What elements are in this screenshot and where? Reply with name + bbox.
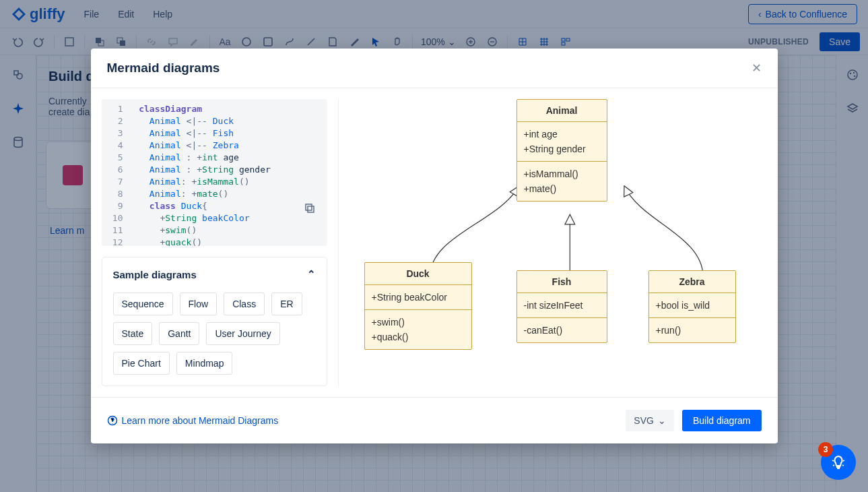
chip-state[interactable]: State: [113, 322, 153, 345]
line-gutter: 123456789101112: [102, 99, 129, 246]
uml-op: +run(): [656, 323, 729, 338]
uml-attr: +int age: [524, 127, 600, 142]
lightbulb-icon: [830, 454, 847, 471]
uml-attr: +bool is_wild: [656, 298, 729, 313]
learn-more-link[interactable]: Learn more about Mermaid Diagrams: [107, 415, 279, 426]
modal-backdrop: Mermaid diagrams ✕ 123456789101112 class…: [0, 0, 868, 492]
svg-rect-17: [306, 204, 312, 210]
uml-op: +mate(): [524, 181, 600, 196]
uml-zebra: Zebra +bool is_wild +run(): [648, 270, 736, 343]
uml-attr: +String gender: [524, 142, 600, 156]
uml-op: +quack(): [372, 330, 465, 344]
fab-badge: 3: [818, 442, 833, 457]
uml-op: -canEat(): [524, 323, 600, 338]
uml-animal-title: Animal: [517, 100, 607, 122]
chip-gantt[interactable]: Gantt: [159, 322, 199, 345]
mermaid-modal: Mermaid diagrams ✕ 123456789101112 class…: [91, 49, 778, 443]
uml-duck: Duck +String beakColor +swim() +quack(): [364, 262, 472, 350]
chevron-up-icon: ⌃: [307, 268, 316, 280]
chip-sequence[interactable]: Sequence: [113, 293, 173, 315]
uml-title: Duck: [365, 263, 471, 285]
chip-journey[interactable]: User Journey: [206, 322, 279, 345]
chip-mindmap[interactable]: Mindmap: [176, 352, 233, 375]
sample-header[interactable]: Sample diagrams ⌃: [113, 268, 316, 280]
uml-op: +isMammal(): [524, 166, 600, 181]
modal-header: Mermaid diagrams ✕: [91, 49, 778, 88]
info-icon: [107, 415, 118, 426]
build-diagram-button[interactable]: Build diagram: [682, 410, 762, 431]
uml-op: +swim(): [372, 315, 465, 330]
uml-title: Zebra: [649, 271, 735, 293]
uml-attr: -int sizeInFeet: [524, 298, 600, 313]
uml-fish: Fish -int sizeInFeet -canEat(): [516, 270, 607, 343]
uml-title: Fish: [517, 271, 607, 293]
help-fab[interactable]: 3: [821, 445, 856, 480]
chip-class[interactable]: Class: [224, 293, 265, 315]
code-body[interactable]: classDiagram Animal <|-- Duck Animal <|-…: [129, 99, 327, 246]
modal-footer: Learn more about Mermaid Diagrams SVG ⌄ …: [91, 397, 778, 443]
uml-attr: +String beakColor: [372, 290, 465, 305]
chip-flow[interactable]: Flow: [180, 293, 218, 315]
close-icon[interactable]: ✕: [752, 61, 762, 75]
chip-pie[interactable]: Pie Chart: [113, 352, 170, 375]
modal-title: Mermaid diagrams: [107, 61, 220, 75]
chip-er[interactable]: ER: [271, 293, 302, 315]
diagram-preview: Animal +int age +String gender +isMammal…: [338, 99, 767, 386]
code-editor[interactable]: 123456789101112 classDiagram Animal <|--…: [102, 99, 327, 246]
format-select[interactable]: SVG ⌄: [626, 410, 674, 431]
chevron-down-icon: ⌄: [658, 415, 666, 426]
uml-animal: Animal +int age +String gender +isMammal…: [516, 99, 607, 202]
copy-icon[interactable]: [302, 200, 318, 216]
sample-diagrams-panel: Sample diagrams ⌃ Sequence Flow Class ER…: [102, 257, 327, 386]
svg-rect-18: [308, 206, 314, 212]
